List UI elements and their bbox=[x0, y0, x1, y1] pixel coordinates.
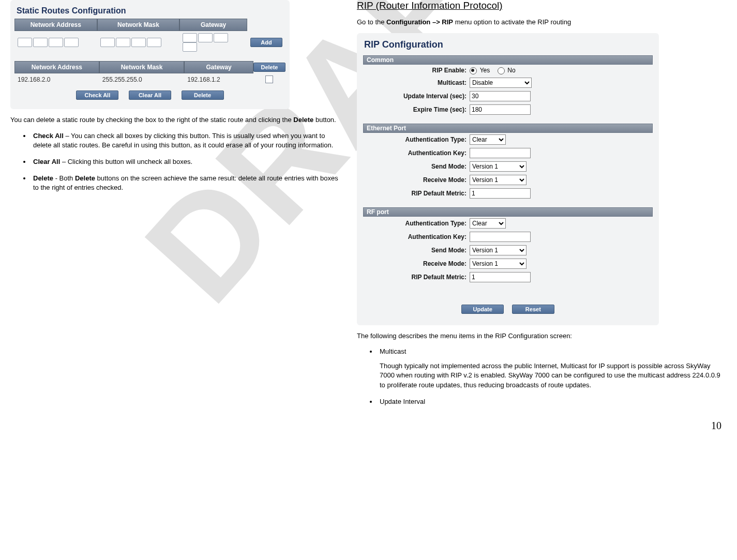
update-interval-label: Update Interval (sec): bbox=[363, 93, 470, 100]
delete-button-header[interactable]: Delete bbox=[253, 63, 285, 72]
rf-auth-key-input[interactable] bbox=[470, 232, 531, 242]
static-routes-list-table: Network Address Network Mask Gateway Del… bbox=[14, 61, 285, 85]
rf-metric-label: RIP Default Metric: bbox=[363, 274, 470, 281]
eth-recv-mode-select[interactable]: Version 1 bbox=[470, 175, 527, 185]
section-rf: RF port bbox=[363, 207, 653, 217]
eth-auth-type-label: Authentication Type: bbox=[363, 136, 470, 143]
page-number: 10 bbox=[10, 420, 721, 432]
list-item: Multicast Though typically not implement… bbox=[378, 347, 727, 390]
reset-button[interactable]: Reset bbox=[512, 305, 554, 314]
ip-octet-input[interactable] bbox=[183, 42, 197, 52]
rip-enable-no-radio[interactable] bbox=[498, 67, 505, 74]
col-network-address: Network Address bbox=[14, 61, 99, 73]
ip-octet-input[interactable] bbox=[49, 38, 63, 47]
eth-send-mode-select[interactable]: Version 1 bbox=[470, 161, 527, 172]
update-button[interactable]: Update bbox=[461, 305, 504, 314]
rip-config-panel: RIP Configuration Common RIP Enable: Yes… bbox=[357, 33, 659, 325]
eth-recv-mode-label: Receive Mode: bbox=[363, 176, 470, 184]
expire-time-input[interactable] bbox=[470, 104, 531, 115]
eth-auth-type-select[interactable]: Clear bbox=[470, 134, 506, 145]
rip-enable-yes-radio[interactable] bbox=[470, 67, 477, 74]
col-network-mask: Network Mask bbox=[97, 19, 180, 31]
ip-octet-input[interactable] bbox=[183, 33, 197, 42]
rip-intro: Go to the Configuration –> RIP menu opti… bbox=[357, 18, 727, 27]
row-mask: 255.255.255.0 bbox=[99, 73, 184, 85]
rf-recv-mode-label: Receive Mode: bbox=[363, 260, 470, 267]
eth-metric-input[interactable] bbox=[470, 188, 531, 199]
multicast-label: Multicast: bbox=[363, 79, 470, 86]
rf-auth-type-select[interactable]: Clear bbox=[470, 218, 506, 229]
static-routes-panel: Static Routes Configuration Network Addr… bbox=[10, 0, 290, 109]
rip-heading: RIP (Router Information Protocol) bbox=[357, 0, 727, 11]
eth-auth-key-label: Authentication Key: bbox=[363, 149, 470, 157]
rf-metric-input[interactable] bbox=[470, 272, 531, 282]
ip-octet-input[interactable] bbox=[18, 38, 32, 47]
ip-octet-input[interactable] bbox=[131, 38, 146, 47]
rip-enable-label: RIP Enable: bbox=[363, 67, 470, 74]
col-gateway: Gateway bbox=[184, 61, 253, 73]
ip-octet-input[interactable] bbox=[198, 33, 213, 42]
gw-input-cell bbox=[179, 31, 247, 54]
rf-auth-key-label: Authentication Key: bbox=[363, 233, 470, 240]
multicast-select[interactable]: Disable bbox=[470, 78, 532, 88]
rf-send-mode-label: Send Mode: bbox=[363, 247, 470, 254]
update-interval-input[interactable] bbox=[470, 91, 531, 101]
eth-auth-key-input[interactable] bbox=[470, 148, 531, 158]
section-ethernet: Ethernet Port bbox=[363, 124, 653, 133]
row-addr: 192.168.2.0 bbox=[14, 73, 99, 85]
row-gw: 192.168.1.2 bbox=[184, 73, 253, 85]
col-network-address: Network Address bbox=[14, 19, 97, 31]
ip-octet-input[interactable] bbox=[100, 38, 115, 47]
list-item: Clear All – Clicking this button will un… bbox=[31, 157, 341, 167]
list-item: Delete - Both Delete buttons on the scre… bbox=[31, 174, 341, 192]
rf-recv-mode-select[interactable]: Version 1 bbox=[470, 259, 527, 269]
list-item: Check All – You can check all boxes by c… bbox=[31, 131, 341, 150]
col-network-mask: Network Mask bbox=[99, 61, 184, 73]
col-gateway: Gateway bbox=[179, 19, 247, 31]
bottom-button-row: Check All Clear All Delete bbox=[14, 90, 285, 100]
table-row: 192.168.2.0 255.255.255.0 192.168.1.2 bbox=[14, 73, 285, 85]
ip-octet-input[interactable] bbox=[147, 38, 161, 47]
rip-after-para: The following describes the menu items i… bbox=[357, 331, 727, 341]
static-routes-title: Static Routes Configuration bbox=[14, 4, 285, 19]
rip-config-title: RIP Configuration bbox=[363, 39, 653, 50]
row-checkbox[interactable] bbox=[265, 75, 273, 83]
rip-enable-yes-text: Yes bbox=[480, 67, 490, 74]
eth-send-mode-label: Send Mode: bbox=[363, 163, 470, 170]
static-routes-input-table: Network Address Network Mask Gateway bbox=[14, 19, 285, 54]
ip-octet-input[interactable] bbox=[64, 38, 79, 47]
delete-button[interactable]: Delete bbox=[182, 90, 224, 100]
check-all-button[interactable]: Check All bbox=[76, 90, 118, 100]
rf-send-mode-select[interactable]: Version 1 bbox=[470, 245, 527, 255]
mask-input-cell bbox=[97, 31, 180, 54]
list-item: Update Interval bbox=[378, 397, 727, 406]
ip-octet-input[interactable] bbox=[214, 33, 228, 42]
clear-all-button[interactable]: Clear All bbox=[129, 90, 171, 100]
rip-enable-no-text: No bbox=[507, 67, 515, 74]
ip-octet-input[interactable] bbox=[116, 38, 130, 47]
ip-octet-input[interactable] bbox=[33, 38, 48, 47]
eth-metric-label: RIP Default Metric: bbox=[363, 190, 470, 197]
addr-input-cell bbox=[14, 31, 97, 54]
expire-time-label: Expire Time (sec): bbox=[363, 106, 470, 113]
delete-instruction: You can delete a static route by checkin… bbox=[10, 115, 341, 125]
section-common: Common bbox=[363, 55, 653, 65]
rf-auth-type-label: Authentication Type: bbox=[363, 220, 470, 227]
add-button[interactable]: Add bbox=[250, 38, 282, 47]
rip-button-row: Update Reset bbox=[363, 305, 653, 314]
